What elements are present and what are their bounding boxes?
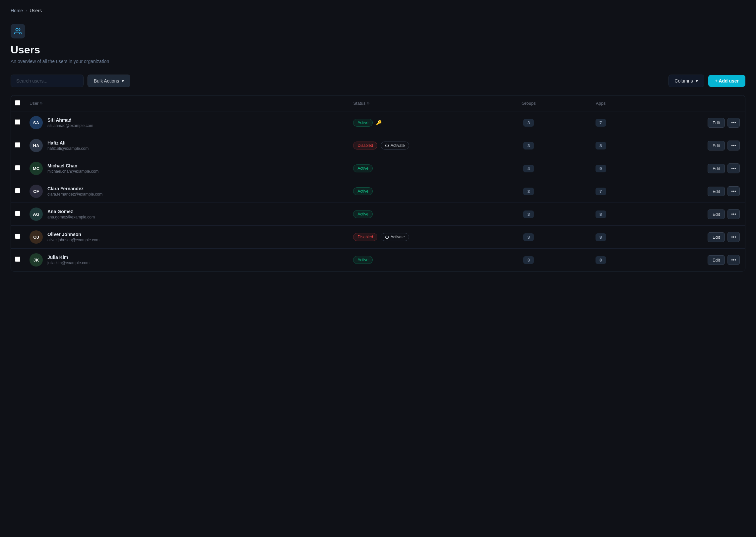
groups-cell: 3	[493, 134, 565, 157]
row-checkbox[interactable]	[15, 211, 20, 216]
col-header-groups: Groups	[493, 95, 565, 111]
user-email: clara.fernandez@example.com	[47, 192, 102, 197]
actions-cell: Edit •••	[637, 226, 745, 249]
groups-cell: 3	[493, 226, 565, 249]
row-checkbox-cell	[11, 180, 24, 203]
user-name: Ana Gomez	[47, 209, 95, 214]
apps-cell: 8	[565, 249, 637, 271]
status-cell: Active	[348, 249, 492, 271]
edit-button[interactable]: Edit	[708, 164, 725, 173]
user-cell: SA Siti Ahmad siti.ahmad@example.com	[24, 111, 348, 134]
users-table-container: User ⇅ Status ⇅ Groups Apps	[11, 95, 745, 271]
user-cell: OJ Oliver Johnson oliver.johnson@example…	[24, 226, 348, 249]
status-badge: Active	[353, 164, 373, 172]
page-subtitle: An overview of all the users in your org…	[11, 59, 745, 64]
status-badge: Disabled	[353, 142, 377, 149]
power-icon: ⏻	[385, 143, 389, 148]
user-info: Hafiz Ali hafiz.ali@example.com	[47, 140, 89, 151]
groups-count: 4	[523, 165, 534, 172]
columns-button[interactable]: Columns ▾	[668, 75, 704, 87]
edit-button[interactable]: Edit	[708, 232, 725, 242]
row-checkbox-cell	[11, 157, 24, 180]
bulk-actions-button[interactable]: Bulk Actions ▾	[88, 75, 130, 87]
groups-count: 3	[523, 119, 534, 127]
edit-button[interactable]: Edit	[708, 255, 725, 265]
table-row: CF Clara Fernandez clara.fernandez@examp…	[11, 180, 745, 203]
sort-icon-status: ⇅	[367, 101, 370, 105]
table-header-row: User ⇅ Status ⇅ Groups Apps	[11, 95, 745, 111]
apps-cell: 8	[565, 134, 637, 157]
edit-button[interactable]: Edit	[708, 209, 725, 219]
apps-count: 8	[596, 233, 606, 241]
user-name: Clara Fernandez	[47, 186, 102, 191]
select-all-checkbox[interactable]	[15, 100, 20, 105]
more-options-button[interactable]: •••	[727, 232, 740, 242]
actions-cell: Edit •••	[637, 249, 745, 271]
row-checkbox[interactable]	[15, 119, 20, 125]
groups-count: 3	[523, 188, 534, 195]
edit-button[interactable]: Edit	[708, 187, 725, 196]
status-badge: Active	[353, 119, 373, 127]
user-name: Oliver Johnson	[47, 232, 99, 237]
more-options-button[interactable]: •••	[727, 186, 740, 196]
breadcrumb-home[interactable]: Home	[11, 8, 23, 13]
more-options-button[interactable]: •••	[727, 118, 740, 128]
row-checkbox[interactable]	[15, 142, 20, 148]
table-row: OJ Oliver Johnson oliver.johnson@example…	[11, 226, 745, 249]
chevron-down-icon: ▾	[696, 78, 698, 84]
apps-cell: 9	[565, 157, 637, 180]
search-input[interactable]	[11, 75, 84, 87]
edit-button[interactable]: Edit	[708, 141, 725, 150]
status-badge: Active	[353, 187, 373, 195]
user-name: Hafiz Ali	[47, 140, 89, 146]
avatar: SA	[30, 116, 43, 129]
breadcrumb-separator: ›	[26, 8, 27, 13]
row-checkbox[interactable]	[15, 165, 20, 170]
status-cell: Active	[348, 180, 492, 203]
bulk-actions-label: Bulk Actions	[94, 78, 119, 84]
apps-cell: 8	[565, 203, 637, 226]
user-info: Siti Ahmad siti.ahmad@example.com	[47, 117, 93, 128]
table-row: SA Siti Ahmad siti.ahmad@example.com Act…	[11, 111, 745, 134]
apps-count: 7	[596, 188, 606, 195]
activate-button[interactable]: ⏻ Activate	[381, 233, 409, 241]
select-all-header	[11, 95, 24, 111]
apps-cell: 7	[565, 180, 637, 203]
user-cell: AG Ana Gomez ana.gomez@example.com	[24, 203, 348, 226]
status-badge: Active	[353, 210, 373, 218]
user-info: Michael Chan michael.chan@example.com	[47, 163, 98, 174]
user-info: Julia Kim julia.kim@example.com	[47, 255, 90, 265]
col-header-actions	[637, 95, 745, 111]
add-user-button[interactable]: + Add user	[708, 75, 745, 87]
apps-cell: 7	[565, 111, 637, 134]
more-options-button[interactable]: •••	[727, 141, 740, 150]
edit-button[interactable]: Edit	[708, 118, 725, 128]
groups-count: 3	[523, 142, 534, 149]
apps-count: 8	[596, 256, 606, 264]
more-options-button[interactable]: •••	[727, 163, 740, 173]
groups-count: 3	[523, 210, 534, 218]
activate-button[interactable]: ⏻ Activate	[381, 142, 409, 149]
page-title: Users	[11, 44, 745, 56]
more-options-button[interactable]: •••	[727, 209, 740, 219]
user-info: Clara Fernandez clara.fernandez@example.…	[47, 186, 102, 197]
row-checkbox[interactable]	[15, 257, 20, 262]
avatar: AG	[30, 208, 43, 221]
avatar: OJ	[30, 230, 43, 244]
row-checkbox[interactable]	[15, 234, 20, 239]
page-icon-container	[11, 24, 25, 38]
user-email: michael.chan@example.com	[47, 169, 98, 174]
more-options-button[interactable]: •••	[727, 255, 740, 265]
col-header-user[interactable]: User ⇅	[24, 95, 348, 111]
user-name: Siti Ahmad	[47, 117, 93, 123]
groups-cell: 3	[493, 249, 565, 271]
breadcrumb-current: Users	[30, 8, 42, 13]
status-cell: Disabled ⏻ Activate	[348, 226, 492, 249]
col-header-status[interactable]: Status ⇅	[348, 95, 492, 111]
toolbar: Bulk Actions ▾ Columns ▾ + Add user	[11, 75, 745, 87]
row-checkbox[interactable]	[15, 188, 20, 193]
table-row: MC Michael Chan michael.chan@example.com…	[11, 157, 745, 180]
users-icon	[14, 28, 22, 35]
apps-count: 8	[596, 210, 606, 218]
add-user-label: + Add user	[715, 78, 739, 84]
